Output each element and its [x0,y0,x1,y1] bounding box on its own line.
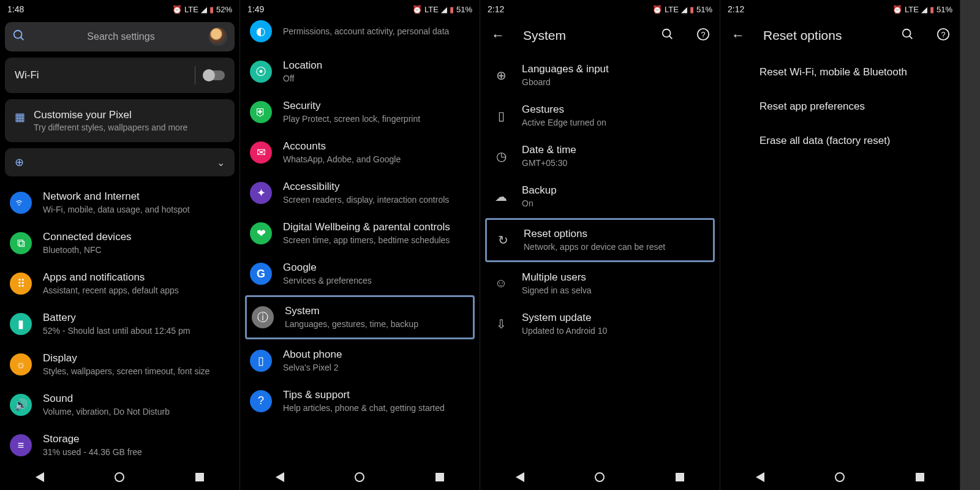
user-icon: ☺ [494,276,508,290]
android-nav-bar [480,464,720,490]
row-system-update[interactable]: ⇩ System update Updated to Android 10 [485,304,715,344]
row-display[interactable]: ☼ Display Styles, wallpapers, screen tim… [5,344,235,385]
search-icon [12,29,26,45]
row-privacy-partial[interactable]: ◐ Permissions, account activity, persona… [245,18,475,51]
nav-recents-button[interactable] [916,473,924,481]
storage-icon: ≡ [10,434,32,456]
status-battery: 52% [216,5,232,14]
nav-home-button[interactable] [355,472,364,482]
row-languages-input[interactable]: ⊕ Languages & input Gboard [485,55,715,96]
globe-icon: ⊕ [494,68,508,83]
row-multiple-users[interactable]: ☺ Multiple users Signed in as selva [485,263,715,304]
row-accessibility[interactable]: ✦ Accessibility Screen readers, display,… [245,173,475,213]
row-apps-notifications[interactable]: ⠿ Apps and notifications Assistant, rece… [5,263,235,304]
nav-home-button[interactable] [595,472,605,482]
svg-line-3 [669,36,673,39]
alarm-icon: ⏰ [172,5,182,14]
row-about-phone[interactable]: ▯ About phone Selva's Pixel 2 [245,341,475,381]
battery-icon: ▮ [690,5,694,14]
customise-sub: Try different styles, wallpapers and mor… [34,123,187,132]
nav-back-button[interactable] [276,472,284,482]
row-gestures[interactable]: ▯ Gestures Active Edge turned on [485,96,715,136]
row-location[interactable]: ⦿ Location Off [245,51,475,92]
signal-icon: ◢ [681,5,687,14]
customise-pixel-card[interactable]: ▦ Customise your Pixel Try different sty… [5,99,235,142]
google-icon: G [250,263,272,285]
battery-suggestion-card[interactable]: ⊕ ⌄ [5,148,235,176]
nav-recents-button[interactable] [435,473,444,481]
status-time: 2:12 [488,4,504,14]
row-connected-devices[interactable]: ⧉ Connected devices Bluetooth, NFC [5,223,235,263]
row-tips-support[interactable]: ? Tips & support Help articles, phone & … [245,381,475,421]
nav-recents-button[interactable] [676,473,684,481]
status-bar: 1:48 ⏰ LTE ◢ ▮ 52% [0,0,239,18]
page-title: System [523,28,644,43]
about-phone-icon: ▯ [250,350,272,372]
row-battery[interactable]: ▮ Battery 52% - Should last until about … [5,304,235,344]
row-factory-reset[interactable]: Erase all data (factory reset) [725,124,955,158]
row-reset-app-prefs[interactable]: Reset app preferences [725,89,955,124]
update-icon: ⇩ [494,317,508,331]
row-sound[interactable]: 🔊 Sound Volume, vibration, Do Not Distur… [5,385,235,425]
status-net: LTE [905,5,919,14]
row-security[interactable]: ⛨ Security Play Protect, screen lock, fi… [245,92,475,132]
header: ← Reset options ? [720,18,960,53]
search-icon[interactable] [656,24,679,48]
alarm-icon: ⏰ [652,5,662,14]
row-network-internet[interactable]: ᯤ Network and Internet Wi-Fi, mobile, da… [5,183,235,223]
status-net: LTE [424,5,439,14]
back-button[interactable]: ← [485,24,511,47]
status-bar: 2:12 ⏰ LTE ◢ ▮ 51% [720,0,960,18]
svg-text:?: ? [941,29,945,39]
nav-home-button[interactable] [835,472,845,482]
battery-row-icon: ▮ [10,313,32,335]
row-date-time[interactable]: ◷ Date & time GMT+05:30 [485,136,715,176]
row-reset-options[interactable]: ↻ Reset options Network, apps or device … [485,218,715,262]
search-settings[interactable]: Search settings [5,22,235,51]
help-icon[interactable]: ? [932,24,955,48]
help-icon[interactable]: ? [692,24,715,48]
android-nav-bar [720,464,960,490]
row-storage[interactable]: ≡ Storage 31% used - 44.36 GB free [5,425,235,464]
privacy-icon: ◐ [250,20,272,42]
accounts-icon: ✉ [250,141,272,164]
row-accounts[interactable]: ✉ Accounts WhatsApp, Adobe, and Google [245,132,475,173]
row-google[interactable]: G Google Services & preferences [245,254,475,294]
profile-avatar[interactable] [209,28,227,46]
svg-line-7 [910,36,913,39]
nav-back-button[interactable] [516,472,524,482]
status-time: 1:49 [247,4,264,14]
status-battery: 51% [696,5,712,14]
display-icon: ☼ [10,353,32,375]
status-net: LTE [184,5,198,14]
cloud-icon: ☁ [494,189,508,204]
screen-settings-scroll: 1:49 ⏰ LTE ◢ ▮ 51% ◐ Permissions, accoun… [240,0,480,490]
wifi-quick-toggle[interactable]: Wi-Fi [5,58,235,93]
wellbeing-icon: ❤ [250,222,272,244]
alarm-icon: ⏰ [892,5,902,14]
nav-back-button[interactable] [756,472,764,482]
svg-point-6 [903,29,911,37]
row-digital-wellbeing[interactable]: ❤ Digital Wellbeing & parental controls … [245,213,475,254]
nav-back-button[interactable] [36,472,44,482]
screen-system: 2:12 ⏰ LTE ◢ ▮ 51% ← System ? ⊕ Language… [480,0,720,490]
row-system[interactable]: ⓘ System Languages, gestures, time, back… [245,295,475,339]
restore-icon: ↻ [496,233,510,247]
back-button[interactable]: ← [725,24,751,47]
status-bar: 2:12 ⏰ LTE ◢ ▮ 51% [480,0,720,18]
gestures-icon: ▯ [494,108,508,123]
nav-home-button[interactable] [115,472,124,482]
divider [195,66,195,85]
clock-icon: ◷ [494,149,508,164]
svg-point-0 [14,31,22,39]
row-backup[interactable]: ☁ Backup On [485,176,715,217]
svg-line-1 [21,37,24,40]
battery-plus-icon: ⊕ [15,156,24,169]
location-icon: ⦿ [250,61,272,83]
system-icon: ⓘ [252,306,274,328]
sound-icon: 🔊 [10,394,32,416]
row-reset-network[interactable]: Reset Wi-Fi, mobile & Bluetooth [725,55,955,89]
nav-recents-button[interactable] [195,473,204,481]
wifi-switch[interactable] [204,70,225,80]
search-icon[interactable] [896,24,919,48]
